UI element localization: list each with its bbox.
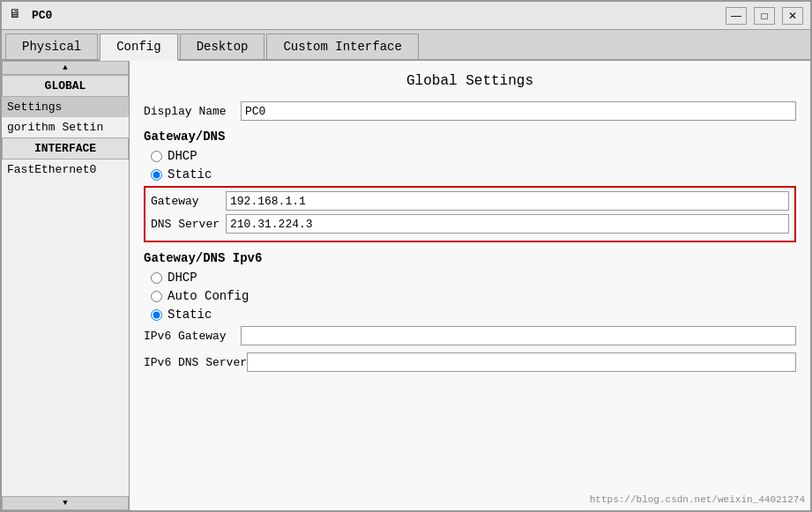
dhcp-ipv6-radio[interactable]: [151, 272, 162, 284]
window-icon: 🖥: [9, 7, 26, 25]
ipv6-dns-server-row: IPv6 DNS Server: [144, 352, 796, 372]
dhcp-label: DHCP: [168, 149, 197, 163]
gateway-dns-title: Gateway/DNS: [144, 130, 796, 144]
window-controls: — □ ✕: [726, 7, 803, 25]
title-bar: 🖥 PC0 — □ ✕: [2, 2, 810, 30]
scroll-down-button[interactable]: ▼: [2, 496, 129, 510]
ipv6-gateway-label: IPv6 Gateway: [144, 330, 241, 343]
sidebar: ▲ GLOBAL Settings gorithm Settin INTERFA…: [2, 61, 130, 510]
display-name-label: Display Name: [144, 105, 241, 118]
static-ipv6-radio-row: Static: [151, 308, 796, 322]
content-area: ▲ GLOBAL Settings gorithm Settin INTERFA…: [2, 61, 810, 510]
static-radio-row: Static: [151, 167, 796, 182]
sidebar-interface-header: INTERFACE: [2, 137, 129, 160]
dns-server-input[interactable]: [226, 214, 789, 234]
ipv6-gateway-row: IPv6 Gateway: [144, 326, 796, 345]
ipv6-dns-server-input[interactable]: [247, 352, 796, 372]
ipv6-gateway-input[interactable]: [241, 326, 796, 345]
tab-desktop[interactable]: Desktop: [180, 33, 265, 59]
ipv6-dns-server-label: IPv6 DNS Server: [144, 356, 247, 369]
sidebar-global-header: GLOBAL: [2, 75, 129, 97]
watermark: https://blog.csdn.net/weixin_44021274: [590, 494, 805, 505]
static-label: Static: [168, 167, 212, 182]
static-radio[interactable]: [151, 169, 162, 181]
static-ipv6-label: Static: [168, 308, 212, 322]
main-window: 🖥 PC0 — □ ✕ Physical Config Desktop Cust…: [0, 0, 812, 512]
dhcp-ipv6-radio-row: DHCP: [151, 271, 796, 285]
gateway-dns-highlighted-box: Gateway DNS Server: [144, 186, 796, 242]
maximize-button[interactable]: □: [754, 7, 775, 25]
sidebar-item-fastethernet[interactable]: FastEthernet0: [2, 160, 129, 180]
dns-server-label: DNS Server: [151, 218, 226, 231]
tab-config[interactable]: Config: [100, 33, 177, 61]
gateway-input[interactable]: [226, 191, 789, 211]
scroll-up-button[interactable]: ▲: [2, 61, 129, 75]
sidebar-item-algorithm[interactable]: gorithm Settin: [2, 117, 129, 137]
auto-config-radio-row: Auto Config: [151, 289, 796, 303]
display-name-row: Display Name: [144, 101, 796, 121]
window-title: PC0: [32, 9, 726, 22]
sidebar-scroll: ▲ GLOBAL Settings gorithm Settin INTERFA…: [2, 61, 129, 510]
gateway-row: Gateway: [151, 191, 789, 211]
tab-physical[interactable]: Physical: [5, 33, 98, 59]
tab-custom-interface[interactable]: Custom Interface: [266, 33, 418, 59]
auto-config-radio[interactable]: [151, 291, 162, 302]
gateway-label: Gateway: [151, 195, 226, 208]
gateway-dns-ipv6-title: Gateway/DNS Ipv6: [144, 251, 796, 265]
minimize-button[interactable]: —: [726, 7, 747, 25]
dhcp-ipv6-label: DHCP: [168, 271, 197, 285]
tab-bar: Physical Config Desktop Custom Interface: [2, 30, 810, 61]
display-name-input[interactable]: [241, 101, 796, 121]
static-ipv6-radio[interactable]: [151, 309, 162, 321]
panel-title: Global Settings: [144, 73, 796, 89]
dns-server-row: DNS Server: [151, 214, 789, 234]
dhcp-radio-row: DHCP: [151, 149, 796, 163]
main-panel: Global Settings Display Name Gateway/DNS…: [130, 61, 810, 510]
sidebar-item-settings[interactable]: Settings: [2, 97, 129, 117]
auto-config-label: Auto Config: [168, 289, 249, 303]
close-button[interactable]: ✕: [782, 7, 803, 25]
dhcp-radio[interactable]: [151, 151, 162, 162]
